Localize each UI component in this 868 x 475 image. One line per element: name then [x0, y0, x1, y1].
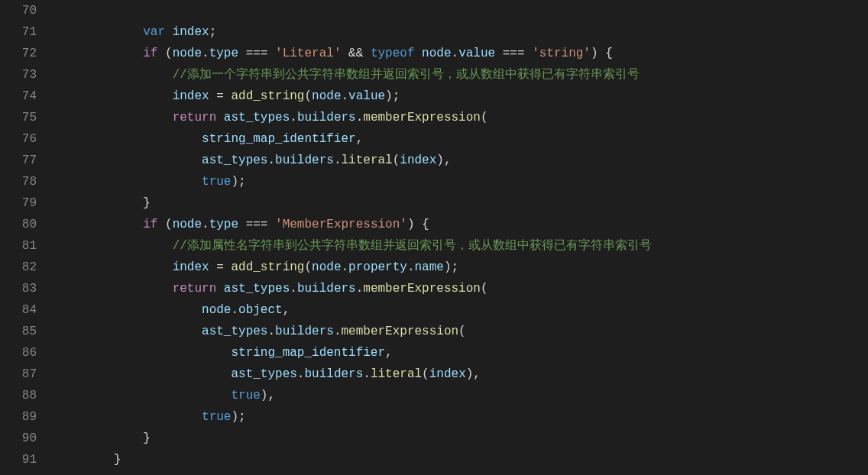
- token-pun: }: [114, 453, 121, 467]
- token-prop: object: [238, 303, 283, 317]
- token-ident: node: [173, 218, 202, 231]
- code-line[interactable]: string_map_identifier,: [55, 342, 868, 364]
- code-line[interactable]: true);: [55, 171, 868, 192]
- token-pun: ),: [261, 389, 275, 402]
- token-cmt: //添加一个字符串到公共字符串数组并返回索引号，或从数组中获得已有字符串索引号: [173, 68, 640, 82]
- code-line[interactable]: true),: [55, 385, 868, 406]
- line-number: 72: [0, 43, 37, 64]
- token-op: =: [209, 260, 232, 274]
- token-op: &&: [341, 47, 370, 60]
- code-editor[interactable]: 7071727374757677787980818283848586878889…: [0, 0, 868, 475]
- line-number: 77: [0, 150, 37, 171]
- token-ident: ast_types: [202, 325, 267, 338]
- token-pun: ),: [436, 153, 451, 167]
- line-number: 75: [0, 107, 37, 128]
- token-op: =: [209, 89, 232, 103]
- code-line[interactable]: }: [55, 192, 868, 214]
- token-ident: ast_types: [224, 282, 290, 296]
- token-pun: .: [407, 260, 415, 274]
- token-pun: .: [290, 282, 297, 296]
- indent: [55, 367, 231, 381]
- token-prop: property: [348, 260, 407, 274]
- token-prop: builders: [304, 367, 363, 381]
- line-number: 76: [0, 128, 37, 150]
- token-k-ctrl: return: [173, 111, 217, 124]
- code-line[interactable]: ast_types.builders.memberExpression(: [55, 321, 868, 342]
- token-k-ctrl: return: [173, 282, 217, 296]
- token-pun: ;: [209, 25, 217, 39]
- token-pun: .: [341, 260, 348, 274]
- token-str: 'Literal': [275, 47, 341, 60]
- code-line[interactable]: index = add_string(node.property.name);: [55, 257, 868, 278]
- indent: [55, 303, 202, 317]
- token-ident: index: [400, 153, 436, 167]
- token-call: literal: [371, 367, 422, 381]
- code-line[interactable]: //添加一个字符串到公共字符串数组并返回索引号，或从数组中获得已有字符串索引号: [55, 64, 868, 86]
- line-number: 82: [0, 257, 37, 278]
- code-line[interactable]: //添加属性名字符串到公共字符串数组并返回索引号，或从数组中获得已有字符串索引号: [55, 235, 868, 257]
- token-call: literal: [341, 153, 392, 167]
- token-pun: (: [157, 218, 172, 231]
- code-line[interactable]: [55, 0, 868, 21]
- code-line[interactable]: if (node.type === 'MemberExpression') {: [55, 214, 868, 235]
- token-pun: (: [157, 47, 172, 60]
- token-pun: );: [231, 175, 245, 189]
- indent: [55, 218, 143, 231]
- line-number: 74: [0, 86, 37, 107]
- code-line[interactable]: string_map_identifier,: [55, 128, 868, 150]
- code-line[interactable]: ast_types.builders.literal(index),: [55, 150, 868, 171]
- code-line[interactable]: if (node.type === 'Literal' && typeof no…: [55, 43, 868, 64]
- token-pun: (: [458, 325, 466, 338]
- token-k-var: var: [143, 25, 165, 39]
- line-number: 71: [0, 21, 37, 43]
- token-cmt: //添加属性名字符串到公共字符串数组并返回索引号，或从数组中获得已有字符串索引号: [173, 239, 652, 253]
- token-ident: node: [422, 47, 451, 60]
- token-k-ctrl: if: [143, 47, 157, 60]
- code-line[interactable]: node.object,: [55, 299, 868, 321]
- token-ident: node: [173, 47, 202, 60]
- token-pun: .: [202, 47, 209, 60]
- token-pun: [165, 25, 173, 39]
- line-number: 88: [0, 385, 37, 406]
- line-number: 73: [0, 64, 37, 86]
- token-pun: );: [231, 410, 245, 424]
- token-k-true: true: [231, 389, 260, 402]
- code-content[interactable]: var index; if (node.type === 'Literal' &…: [52, 0, 868, 475]
- indent: [55, 239, 173, 253]
- code-line[interactable]: ast_types.builders.literal(index),: [55, 364, 868, 385]
- token-str: 'string': [532, 47, 591, 60]
- token-prop: builders: [275, 153, 334, 167]
- code-line[interactable]: index = add_string(node.value);: [55, 86, 868, 107]
- token-pun: );: [385, 89, 400, 103]
- token-ident: index: [429, 367, 466, 381]
- token-call: add_string: [231, 260, 304, 274]
- token-ident: ast_types: [231, 367, 296, 381]
- token-op: ===: [495, 47, 532, 60]
- token-pun: .: [290, 111, 297, 124]
- token-pun: .: [267, 325, 275, 338]
- line-number-gutter: 7071727374757677787980818283848586878889…: [0, 0, 52, 475]
- code-line[interactable]: var index;: [55, 21, 868, 43]
- code-line[interactable]: return ast_types.builders.memberExpressi…: [55, 278, 868, 299]
- line-number: 87: [0, 364, 37, 385]
- code-line[interactable]: }: [55, 428, 868, 449]
- indent: [55, 196, 143, 210]
- token-call: memberExpression: [341, 325, 458, 338]
- token-pun: (: [422, 367, 429, 381]
- token-prop: value: [348, 89, 385, 103]
- code-line[interactable]: }: [55, 449, 868, 470]
- token-k-true: true: [202, 410, 231, 424]
- token-pun: .: [231, 303, 238, 317]
- code-line[interactable]: true);: [55, 406, 868, 428]
- token-ident: index: [173, 89, 209, 103]
- line-number: 79: [0, 192, 37, 214]
- line-number: 91: [0, 449, 37, 470]
- indent: [55, 346, 231, 360]
- line-number: 81: [0, 235, 37, 257]
- indent: [55, 175, 202, 189]
- indent: [55, 68, 173, 82]
- token-pun: .: [356, 111, 364, 124]
- token-k-typeof: typeof: [371, 47, 415, 60]
- indent: [55, 282, 173, 296]
- code-line[interactable]: return ast_types.builders.memberExpressi…: [55, 107, 868, 128]
